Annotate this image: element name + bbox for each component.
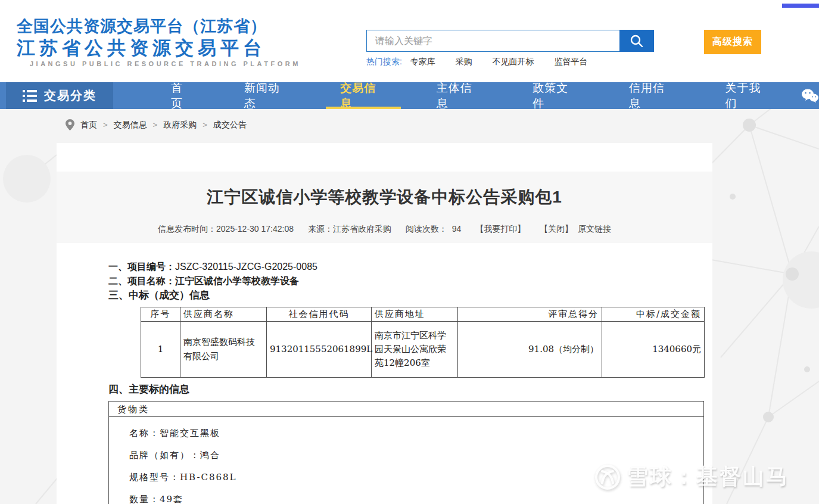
award-table-header-row: 序号 供应商名称 社会信用代码 供应商地址 评审总得分 中标/成交金额 xyxy=(141,307,705,322)
col-header-index: 序号 xyxy=(141,307,180,322)
site-header: 全国公共资源交易平台（江苏省） 江苏省公共资源交易平台 JIANGSU PUBL… xyxy=(0,0,819,82)
hot-search-item-expert[interactable]: 专家库 xyxy=(410,57,435,66)
cell-supplier-address: 南京市江宁区科学园天景山公寓欣荣苑12幢206室 xyxy=(372,322,458,378)
cell-review-score: 91.08（均分制） xyxy=(458,322,602,378)
article-card: 江宁区诚信小学等校教学设备中标公告采购包1 信息发布时间：2025-12-30 … xyxy=(57,143,712,504)
col-header-award-amount: 中标/成交金额 xyxy=(602,307,705,322)
search-area: 热门搜索: 专家库 采购 不见面开标 监督平台 xyxy=(366,30,654,67)
search-input[interactable] xyxy=(366,30,619,52)
page: 全国公共资源交易平台（江苏省） 江苏省公共资源交易平台 JIANGSU PUBL… xyxy=(0,0,819,504)
views-label: 阅读次数： xyxy=(406,224,447,234)
breadcrumb-award-notice[interactable]: 成交公告 xyxy=(213,120,247,130)
advanced-search-button[interactable]: 高级搜索 xyxy=(704,30,761,54)
search-button[interactable] xyxy=(619,30,654,52)
col-header-credit-code: 社会信用代码 xyxy=(267,307,372,322)
logo-title-provincial: 江苏省公共资源交易平台 xyxy=(17,37,301,59)
col-header-supplier-address: 供应商地址 xyxy=(372,307,458,322)
project-name-line: 二、项目名称：江宁区诚信小学等校教学设备 xyxy=(108,274,712,288)
site-logo: 全国公共资源交易平台（江苏省） 江苏省公共资源交易平台 JIANGSU PUBL… xyxy=(17,17,301,67)
breadcrumb-separator: > xyxy=(153,120,158,129)
breadcrumb-home[interactable]: 首页 xyxy=(80,120,97,130)
wechat-share-button[interactable] xyxy=(801,82,819,109)
hot-search-label: 热门搜索: xyxy=(366,57,402,66)
cell-award-amount: 1340660元 xyxy=(602,322,705,378)
project-number-line: 一、项目编号：JSZC-320115-JZCG-G2025-0085 xyxy=(108,260,712,274)
project-name-value: 江宁区诚信小学等校教学设备 xyxy=(175,276,299,286)
nav-category-label: 交易分类 xyxy=(44,88,96,104)
nav-items: 首页 新闻动态 交易信息 主体信息 政策文件 信用信息 关于我们 xyxy=(113,82,819,109)
award-table: 序号 供应商名称 社会信用代码 供应商地址 评审总得分 中标/成交金额 1 南京… xyxy=(141,307,705,378)
nav-item-credit[interactable]: 信用信息 xyxy=(615,82,690,109)
article-body: 一、项目编号：JSZC-320115-JZCG-G2025-0085 二、项目名… xyxy=(57,243,712,504)
article-title-panel: 江宁区诚信小学等校教学设备中标公告采购包1 信息发布时间：2025-12-30 … xyxy=(57,172,712,243)
hot-search-item-remote-bid[interactable]: 不见面开标 xyxy=(493,57,534,66)
nav-item-entity-info[interactable]: 主体信息 xyxy=(422,82,497,109)
goods-quantity-line: 数量：49套 xyxy=(109,494,703,504)
cell-credit-code: 91320115552061899L xyxy=(267,322,372,378)
page-title: 江宁区诚信小学等校教学设备中标公告采购包1 xyxy=(57,172,712,209)
project-name-label: 二、项目名称： xyxy=(108,276,175,286)
top-right-bar-decoration xyxy=(782,4,819,8)
views-count: 94 xyxy=(452,224,462,234)
col-header-supplier-name: 供应商名称 xyxy=(180,307,267,322)
list-menu-icon xyxy=(23,89,37,102)
breadcrumb-separator: > xyxy=(103,120,108,129)
hot-search-row: 热门搜索: 专家库 采购 不见面开标 监督平台 xyxy=(366,57,654,67)
nav-item-trade-info[interactable]: 交易信息 xyxy=(326,82,401,109)
print-link[interactable]: 【我要打印】 xyxy=(475,224,525,234)
award-info-heading: 三、中标（成交）信息 xyxy=(108,288,712,303)
nav-item-home[interactable]: 首页 xyxy=(157,82,208,109)
goods-model-line: 规格型号：HB-C868L xyxy=(109,472,703,483)
publish-time: 信息发布时间：2025-12-30 17:42:08 xyxy=(158,224,294,234)
project-number-value: JSZC-320115-JZCG-G2025-0085 xyxy=(175,262,317,272)
cell-supplier-name: 南京智盛数码科技有限公司 xyxy=(180,322,267,378)
goods-category: 货物类 xyxy=(109,402,703,417)
nav-category-menu[interactable]: 交易分类 xyxy=(6,82,113,109)
wechat-icon xyxy=(801,88,819,104)
nav-item-policy[interactable]: 政策文件 xyxy=(518,82,593,109)
breadcrumb: 首页 > 交易信息 > 政府采购 > 成交公告 xyxy=(66,119,247,130)
award-table-row: 1 南京智盛数码科技有限公司 91320115552061899L 南京市江宁区… xyxy=(141,322,705,378)
source: 来源：江苏省政府采购 xyxy=(308,224,391,234)
nav-item-about[interactable]: 关于我们 xyxy=(711,82,786,109)
breadcrumb-trade-info[interactable]: 交易信息 xyxy=(114,120,147,130)
breadcrumb-separator: > xyxy=(203,120,207,129)
project-number-label: 一、项目编号： xyxy=(108,262,175,272)
logo-subtitle-english: JIANGSU PUBLIC RESOURCE TRADING PLATFORM xyxy=(30,60,301,67)
hot-search-item-supervision[interactable]: 监督平台 xyxy=(554,57,587,66)
article-meta: 信息发布时间：2025-12-30 17:42:08 来源：江苏省政府采购 阅读… xyxy=(57,224,712,235)
main-subject-heading: 四、主要标的信息 xyxy=(108,382,712,397)
nav-item-news[interactable]: 新闻动态 xyxy=(230,82,305,109)
search-icon xyxy=(629,33,644,49)
goods-name-line: 名称：智能交互黑板 xyxy=(109,428,703,439)
close-link[interactable]: 【关闭】 xyxy=(540,224,573,234)
main-navigation: 交易分类 首页 新闻动态 交易信息 主体信息 政策文件 信用信息 关于我们 xyxy=(0,82,819,109)
cell-index: 1 xyxy=(141,322,180,378)
col-header-review-score: 评审总得分 xyxy=(458,307,602,322)
logo-title-national: 全国公共资源交易平台（江苏省） xyxy=(17,17,301,37)
breadcrumb-gov-procurement[interactable]: 政府采购 xyxy=(163,120,197,130)
goods-info-box: 货物类 名称：智能交互黑板 品牌（如有）：鸿合 规格型号：HB-C868L 数量… xyxy=(108,401,704,504)
goods-brand-line: 品牌（如有）：鸿合 xyxy=(109,450,703,461)
hot-search-item-procurement[interactable]: 采购 xyxy=(456,57,472,66)
original-link[interactable]: 原文链接 xyxy=(578,224,611,234)
location-pin-icon xyxy=(66,119,74,130)
